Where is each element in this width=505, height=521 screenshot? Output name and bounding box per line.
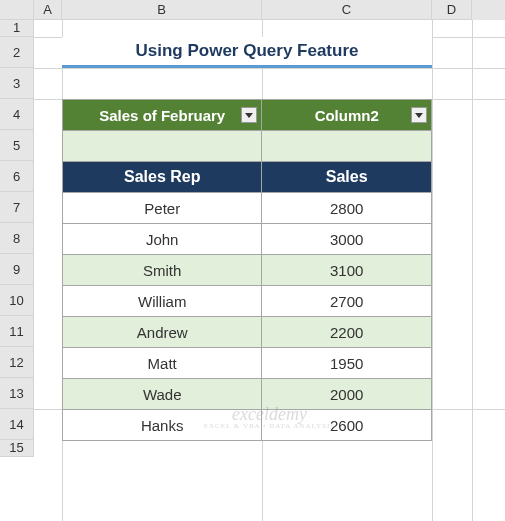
row-header-13[interactable]: 13 xyxy=(0,378,34,409)
filter-dropdown-icon[interactable] xyxy=(241,107,257,123)
row-header-1[interactable]: 1 xyxy=(0,20,34,37)
table-cell-sales[interactable]: 2000 xyxy=(262,379,432,410)
row-header-12[interactable]: 12 xyxy=(0,347,34,378)
empty-cell[interactable] xyxy=(63,131,262,162)
subheader-rep[interactable]: Sales Rep xyxy=(63,162,262,193)
col-header-B[interactable]: B xyxy=(62,0,262,20)
row-header-4[interactable]: 4 xyxy=(0,99,34,130)
row-header-15[interactable]: 15 xyxy=(0,440,34,457)
table-cell-rep[interactable]: John xyxy=(63,224,262,255)
table-cell-rep[interactable]: Matt xyxy=(63,348,262,379)
table-header-col2[interactable]: Column2 xyxy=(262,100,432,131)
table-cell-sales[interactable]: 3000 xyxy=(262,224,432,255)
row-header-8[interactable]: 8 xyxy=(0,223,34,254)
table-cell-rep[interactable]: Hanks xyxy=(63,410,262,441)
row-header-5[interactable]: 5 xyxy=(0,130,34,161)
row-header-3[interactable]: 3 xyxy=(0,68,34,99)
column-headers: A B C D xyxy=(0,0,505,20)
col-header-C[interactable]: C xyxy=(262,0,432,20)
row-header-10[interactable]: 10 xyxy=(0,285,34,316)
subheader-sales[interactable]: Sales xyxy=(262,162,432,193)
table-cell-sales[interactable]: 2700 xyxy=(262,286,432,317)
filter-dropdown-icon[interactable] xyxy=(411,107,427,123)
table-cell-sales[interactable]: 1950 xyxy=(262,348,432,379)
table-header-col1-label: Sales of February xyxy=(99,107,225,124)
row-header-6[interactable]: 6 xyxy=(0,161,34,192)
table-header-col2-label: Column2 xyxy=(315,107,379,124)
row-header-11[interactable]: 11 xyxy=(0,316,34,347)
table-header-col1[interactable]: Sales of February xyxy=(63,100,262,131)
page-title: Using Power Query Feature xyxy=(62,37,432,68)
table-cell-rep[interactable]: Wade xyxy=(63,379,262,410)
spreadsheet: A B C D 1 2 3 4 5 6 7 8 9 10 11 12 13 14… xyxy=(0,0,505,521)
col-header-A[interactable]: A xyxy=(34,0,62,20)
table-cell-rep[interactable]: Peter xyxy=(63,193,262,224)
row-header-2[interactable]: 2 xyxy=(0,37,34,68)
row-header-7[interactable]: 7 xyxy=(0,192,34,223)
table-cell-sales[interactable]: 2600 xyxy=(262,410,432,441)
col-header-D[interactable]: D xyxy=(432,0,472,20)
table-cell-rep[interactable]: William xyxy=(63,286,262,317)
table-cell-sales[interactable]: 2200 xyxy=(262,317,432,348)
row-header-14[interactable]: 14 xyxy=(0,409,34,440)
cell-grid[interactable]: Using Power Query Feature Sales of Febru… xyxy=(34,20,505,521)
row-headers: 1 2 3 4 5 6 7 8 9 10 11 12 13 14 15 xyxy=(0,20,34,457)
table-cell-rep[interactable]: Andrew xyxy=(63,317,262,348)
table-cell-sales[interactable]: 3100 xyxy=(262,255,432,286)
table-cell-rep[interactable]: Smith xyxy=(63,255,262,286)
row-header-9[interactable]: 9 xyxy=(0,254,34,285)
table-cell-sales[interactable]: 2800 xyxy=(262,193,432,224)
data-table: Sales of February Column2 Sales Rep Sale… xyxy=(62,99,432,441)
empty-cell[interactable] xyxy=(262,131,432,162)
select-all-corner[interactable] xyxy=(0,0,34,20)
